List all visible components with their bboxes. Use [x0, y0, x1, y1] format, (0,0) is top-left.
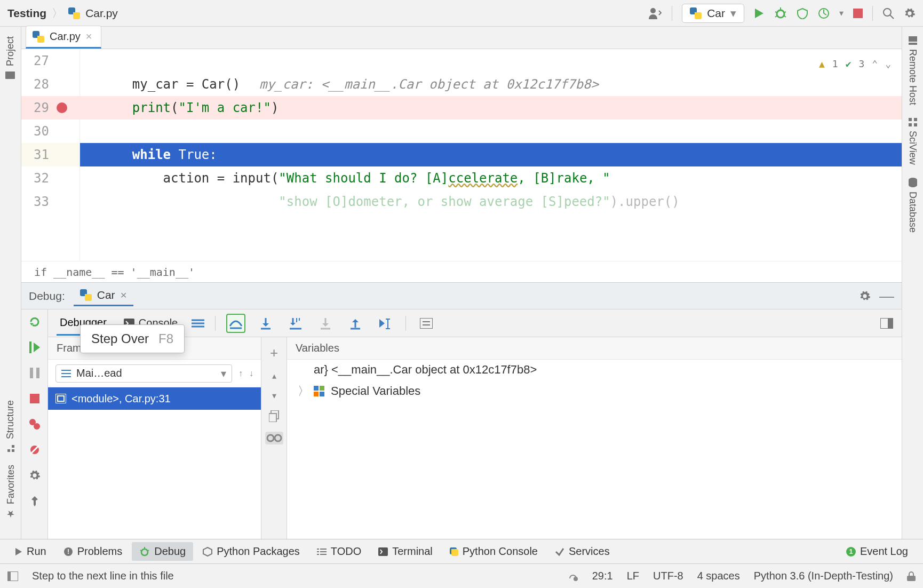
mute-breakpoints-icon[interactable] [28, 443, 42, 457]
gutter-line[interactable]: 32 [21, 166, 79, 190]
close-icon[interactable]: × [121, 289, 127, 301]
up-icon[interactable]: ▴ [272, 371, 276, 381]
code-line[interactable]: while True: [80, 143, 902, 166]
inspection-widget[interactable]: ▲ 1 ✔ 3 ⌃ ⌄ [819, 52, 891, 76]
terminal-tool-button[interactable]: Terminal [371, 542, 440, 561]
coverage-icon[interactable] [797, 7, 808, 19]
code-line[interactable]: "show [O]dometer, or show average [S]pee… [80, 190, 902, 213]
next-frame-icon[interactable]: ↓ [249, 369, 253, 378]
threads-icon[interactable] [192, 319, 204, 328]
expand-icon[interactable]: 〉 [298, 383, 307, 399]
code-line[interactable]: print("I'm a car!") [80, 96, 902, 120]
problems-tool-button[interactable]: !Problems [56, 542, 130, 561]
toolbar-right: Car ▾ ▾ [648, 4, 916, 23]
gutter-line[interactable]: 27 [21, 49, 79, 73]
gear-icon[interactable] [904, 7, 916, 19]
step-into-my-code-button[interactable] [286, 314, 305, 333]
minimize-icon[interactable]: — [879, 288, 894, 305]
code-crumb-bar[interactable]: if __name__ == '__main__' [21, 261, 902, 282]
down-icon[interactable]: ▾ [272, 391, 276, 401]
copy-icon[interactable] [269, 410, 280, 422]
gutter-line[interactable]: 28 [21, 73, 79, 96]
event-log-tool-button[interactable]: 1Event Log [839, 542, 916, 561]
gear-icon[interactable] [28, 468, 42, 482]
layout-settings-button[interactable] [880, 318, 893, 329]
code-line[interactable]: my_car = Car()my_car: <__main__.Car obje… [80, 73, 902, 96]
pin-icon[interactable] [28, 494, 42, 508]
favorites-tool-button[interactable]: ★ Favorites [5, 465, 17, 520]
stop-icon[interactable] [853, 9, 863, 18]
project-tool-button[interactable]: Project [5, 36, 16, 80]
code-editor[interactable]: 27282930313233 ▲ 1 ✔ 3 ⌃ ⌄ my_car = Car(… [21, 49, 902, 261]
breadcrumb-file[interactable]: Car.py [85, 7, 118, 20]
step-into-button[interactable] [256, 314, 275, 333]
force-step-into-button[interactable] [316, 314, 335, 333]
gear-icon[interactable] [859, 290, 871, 302]
python-console-tool-button[interactable]: Python Console [442, 542, 545, 561]
run-configuration-selector[interactable]: Car ▾ [682, 4, 744, 23]
svg-rect-47 [888, 318, 893, 329]
step-over-button[interactable] [226, 314, 245, 333]
svg-point-56 [275, 435, 281, 441]
stop-icon[interactable] [28, 392, 42, 406]
code-crumb[interactable]: if __name__ == '__main__' [34, 266, 195, 279]
variable-row[interactable]: 〉 Special Variables [287, 380, 902, 402]
view-breakpoints-icon[interactable] [28, 417, 42, 431]
watches-icon[interactable] [265, 432, 283, 444]
stack-frame[interactable]: <module>, Car.py:31 [48, 387, 261, 410]
add-watch-icon[interactable]: + [270, 345, 278, 361]
user-icon[interactable] [648, 7, 662, 19]
close-icon[interactable]: × [86, 30, 92, 43]
stack-frame-label: <module>, Car.py:31 [71, 393, 171, 405]
chevron-down-icon[interactable]: ▾ [839, 8, 844, 18]
file-encoding[interactable]: UTF-8 [653, 570, 683, 582]
editor-tab-car[interactable]: Car.py × [26, 26, 101, 49]
structure-tool-button[interactable]: Structure [5, 400, 16, 452]
run-icon[interactable] [754, 7, 765, 19]
search-icon[interactable] [882, 7, 894, 19]
variable-row[interactable]: ar} <__main__.Car object at 0x12c17f7b8> [287, 360, 902, 380]
code-line[interactable] [80, 49, 902, 73]
gutter-line[interactable]: 29 [21, 96, 79, 120]
svg-line-5 [775, 15, 777, 17]
line-separator[interactable]: LF [627, 570, 639, 582]
editor-content[interactable]: ▲ 1 ✔ 3 ⌃ ⌄ my_car = Car()my_car: <__mai… [80, 49, 902, 261]
services-tool-button[interactable]: Services [547, 542, 617, 561]
resume-icon[interactable] [28, 340, 42, 354]
breadcrumb-root[interactable]: Testing [7, 7, 46, 20]
sciview-tool-button[interactable]: SciView [907, 118, 918, 165]
debug-tool-button[interactable]: Debug [132, 542, 193, 561]
breakpoint-icon[interactable] [57, 102, 67, 113]
chevron-down-icon[interactable]: ⌄ [885, 52, 891, 76]
indent-settings[interactable]: 4 spaces [697, 570, 740, 582]
editor-gutter[interactable]: 27282930313233 [21, 49, 80, 261]
database-tool-button[interactable]: Database [907, 178, 918, 233]
rerun-icon[interactable] [28, 315, 42, 329]
caret-position[interactable]: 29:1 [592, 570, 613, 582]
svg-rect-17 [29, 341, 31, 353]
interpreter[interactable]: Python 3.6 (In-Depth-Testing) [754, 570, 893, 582]
profiler-icon[interactable] [818, 7, 830, 19]
gutter-line[interactable]: 31 [21, 143, 79, 166]
run-to-cursor-button[interactable] [376, 314, 395, 333]
debug-icon[interactable] [774, 7, 787, 19]
right-tool-strip: Remote Host SciView Database [902, 27, 923, 539]
background-tasks-icon[interactable] [567, 571, 578, 582]
todo-tool-button[interactable]: TODO [309, 542, 369, 561]
gutter-line[interactable]: 33 [21, 190, 79, 213]
debug-session-tab[interactable]: Car × [74, 285, 133, 306]
tool-window-quick-access-icon[interactable] [7, 571, 18, 581]
evaluate-expression-button[interactable] [417, 314, 436, 333]
pause-icon[interactable] [28, 366, 42, 380]
gutter-line[interactable]: 30 [21, 120, 79, 143]
python-packages-tool-button[interactable]: Python Packages [195, 542, 307, 561]
lock-icon[interactable] [907, 571, 916, 581]
step-out-button[interactable] [346, 314, 365, 333]
run-tool-button[interactable]: Run [7, 542, 54, 561]
chevron-up-icon[interactable]: ⌃ [872, 52, 878, 76]
thread-selector[interactable]: Mai…ead ▾ [55, 364, 232, 383]
code-line[interactable]: action = input("What should I do? [A]cce… [80, 166, 902, 190]
prev-frame-icon[interactable]: ↑ [238, 369, 243, 378]
remote-host-tool-button[interactable]: Remote Host [907, 36, 918, 105]
code-line[interactable] [80, 120, 902, 143]
